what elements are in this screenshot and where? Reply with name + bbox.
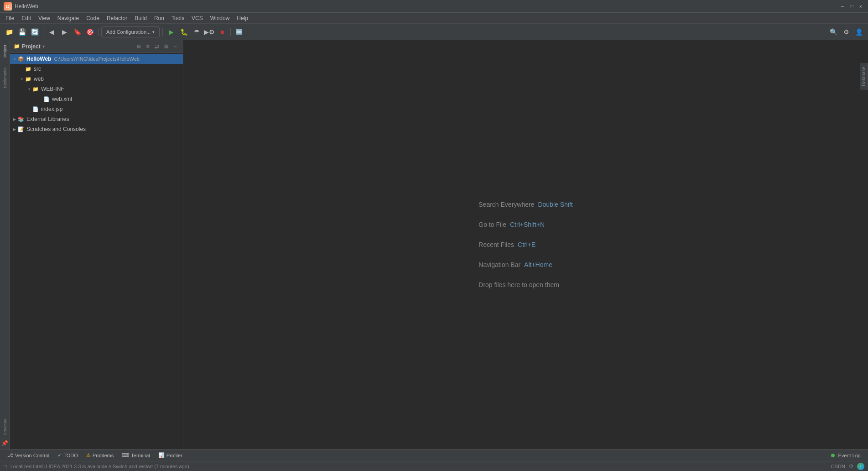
tree-item-web-inf[interactable]: ▾ 📁 WEB-INF bbox=[10, 84, 183, 94]
toolbar-run-with-opts[interactable]: ▶⚙ bbox=[204, 26, 215, 37]
config-dropdown-icon: ▾ bbox=[152, 30, 155, 34]
project-dropdown-arrow[interactable]: ▾ bbox=[42, 44, 45, 49]
go-to-file-line: Go to File Ctrl+Shift+N bbox=[478, 221, 545, 228]
toolbar-stop[interactable]: ■ bbox=[217, 26, 228, 37]
title-text: HelloWeb bbox=[15, 3, 38, 10]
profiler-button[interactable]: 📊 Profiler bbox=[155, 450, 186, 461]
toolbar-user[interactable]: 👤 bbox=[853, 26, 864, 37]
menu-edit[interactable]: Edit bbox=[18, 14, 35, 22]
problems-label: Problems bbox=[93, 453, 114, 458]
sidebar-pin-icon[interactable]: 📌 bbox=[1, 439, 9, 447]
toolbar-run[interactable]: ▶ bbox=[166, 26, 177, 37]
todo-button[interactable]: ✓ TODO bbox=[54, 450, 82, 461]
go-to-file-label: Go to File bbox=[478, 221, 506, 228]
tree-item-web[interactable]: ▾ 📁 web bbox=[10, 74, 183, 84]
project-collapse-icon[interactable]: − bbox=[171, 42, 179, 51]
toolbar-back[interactable]: ◀ bbox=[46, 26, 57, 37]
title-bar: IJ HelloWeb − □ × bbox=[0, 0, 868, 13]
indexjsp-arrow: ▶ bbox=[26, 106, 32, 112]
version-control-icon: ⎇ bbox=[7, 452, 13, 458]
menu-view[interactable]: View bbox=[35, 14, 54, 22]
project-scroll-icon[interactable]: ⇄ bbox=[153, 42, 161, 51]
toolbar-save[interactable]: 💾 bbox=[16, 26, 27, 37]
tree-item-helloweb[interactable]: ▾ 📦 HelloWeb C:\Users\YING\IdeaProjects\… bbox=[10, 54, 183, 64]
file-tree: ▾ 📦 HelloWeb C:\Users\YING\IdeaProjects\… bbox=[10, 53, 183, 449]
notification-dot bbox=[831, 454, 835, 457]
menu-bar: File Edit View Navigate Code Refactor Bu… bbox=[0, 13, 868, 24]
web-arrow: ▾ bbox=[19, 76, 25, 82]
bottom-tools: ⎇ Version Control ✓ TODO ⚠ Problems ⌨ Te… bbox=[0, 449, 868, 461]
window-controls: − □ × bbox=[839, 3, 864, 10]
menu-file[interactable]: File bbox=[2, 14, 18, 22]
status-bar-right: CSDN ⚙ ↑ bbox=[831, 463, 864, 470]
status-notification-text: Localized IntelliJ IDEA 2021.3.3 is avai… bbox=[10, 464, 189, 469]
problems-button[interactable]: ⚠ Problems bbox=[83, 450, 117, 461]
minimize-button[interactable]: − bbox=[839, 3, 846, 10]
problems-icon: ⚠ bbox=[86, 452, 91, 458]
toolbar-forward[interactable]: ▶ bbox=[59, 26, 70, 37]
toolbar-separator-1 bbox=[43, 28, 43, 36]
todo-icon: ✓ bbox=[57, 452, 62, 458]
tree-item-src[interactable]: ▶ 📁 src bbox=[10, 64, 183, 74]
menu-code[interactable]: Code bbox=[83, 14, 103, 22]
toolbar-coverage[interactable]: ☂ bbox=[191, 26, 202, 37]
menu-run[interactable]: Run bbox=[151, 14, 168, 22]
status-notification-icon: □ bbox=[4, 464, 7, 469]
project-settings-icon[interactable]: ⚙ bbox=[162, 42, 170, 51]
helloweb-label: HelloWeb bbox=[26, 56, 51, 62]
webinf-arrow: ▾ bbox=[26, 86, 32, 92]
menu-help[interactable]: Help bbox=[233, 14, 252, 22]
toolbar-target[interactable]: 🎯 bbox=[84, 26, 95, 37]
helloweb-arrow: ▾ bbox=[12, 56, 17, 62]
project-panel: 📁 Project ▾ ⚙ ≡ ⇄ ⚙ − ▾ 📦 HelloWeb C:\Us… bbox=[10, 40, 183, 449]
tree-item-index-jsp[interactable]: ▶ 📄 index.jsp bbox=[10, 104, 183, 114]
menu-navigate[interactable]: Navigate bbox=[54, 14, 83, 22]
close-button[interactable]: × bbox=[857, 3, 864, 10]
terminal-icon: ⌨ bbox=[122, 452, 129, 458]
menu-build[interactable]: Build bbox=[131, 14, 151, 22]
tree-item-web-xml[interactable]: ▶ 📄 web.xml bbox=[10, 94, 183, 104]
extlibs-arrow: ▶ bbox=[12, 116, 17, 122]
version-control-button[interactable]: ⎇ Version Control bbox=[4, 450, 53, 461]
toolbar-bookmark[interactable]: 🔖 bbox=[72, 26, 83, 37]
menu-vcs[interactable]: VCS bbox=[188, 14, 207, 22]
toolbar-settings[interactable]: ⚙ bbox=[841, 26, 852, 37]
tree-item-ext-libs[interactable]: ▶ 📚 External Libraries bbox=[10, 114, 183, 124]
menu-refactor[interactable]: Refactor bbox=[103, 14, 131, 22]
toolbar-debug[interactable]: 🐛 bbox=[178, 26, 189, 37]
indexjsp-label: index.jsp bbox=[41, 106, 62, 112]
helloweb-path: C:\Users\YING\IdeaProjects\HelloWeb bbox=[54, 56, 139, 62]
database-tab[interactable]: Database bbox=[860, 63, 868, 90]
recent-files-line: Recent Files Ctrl+E bbox=[478, 241, 535, 248]
add-configuration-button[interactable]: Add Configuration... ▾ bbox=[101, 26, 160, 37]
main-content: Project Bookmarks Structure 📌 📁 Project … bbox=[0, 40, 868, 449]
event-log-label: Event Log bbox=[838, 453, 861, 458]
tree-item-scratches[interactable]: ▶ 📝 Scratches and Consoles bbox=[10, 124, 183, 134]
project-gear-icon[interactable]: ⚙ bbox=[135, 42, 143, 51]
event-log-button[interactable]: Event Log bbox=[827, 450, 864, 461]
recent-files-label: Recent Files bbox=[478, 241, 514, 248]
webxml-file-icon: 📄 bbox=[43, 95, 50, 103]
project-sort-icon[interactable]: ≡ bbox=[144, 42, 152, 51]
toolbar-separator-3 bbox=[162, 28, 163, 36]
menu-window[interactable]: Window bbox=[207, 14, 234, 22]
version-control-label: Version Control bbox=[15, 453, 49, 458]
sidebar-project-icon[interactable]: Project bbox=[1, 42, 9, 60]
editor-area: Search Everywhere Double Shift Go to Fil… bbox=[183, 40, 868, 449]
profiler-icon: 📊 bbox=[158, 452, 165, 458]
toolbar-search[interactable]: 🔍 bbox=[828, 26, 839, 37]
status-update-icon: ↑ bbox=[857, 463, 864, 470]
extlibs-icon: 📚 bbox=[17, 115, 25, 123]
status-settings-icon[interactable]: ⚙ bbox=[849, 463, 853, 469]
toolbar-sync[interactable]: 🔄 bbox=[29, 26, 40, 37]
maximize-button[interactable]: □ bbox=[848, 3, 855, 10]
profiler-label: Profiler bbox=[166, 453, 182, 458]
sidebar-structure-icon[interactable]: Structure bbox=[1, 416, 9, 438]
terminal-button[interactable]: ⌨ Terminal bbox=[118, 450, 154, 461]
toolbar-open-folder[interactable]: 📁 bbox=[4, 26, 15, 37]
toolbar-separator-2 bbox=[98, 28, 99, 36]
sidebar-bookmarks-icon[interactable]: Bookmarks bbox=[1, 65, 9, 91]
toolbar-separator-4 bbox=[230, 28, 231, 36]
menu-tools[interactable]: Tools bbox=[168, 14, 188, 22]
toolbar-translate[interactable]: 🔤 bbox=[234, 26, 244, 37]
